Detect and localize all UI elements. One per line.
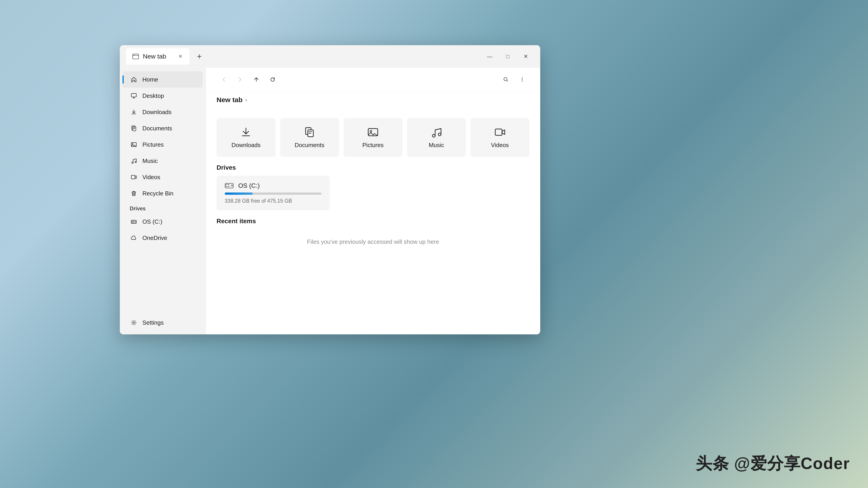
drive-c-icon	[130, 218, 138, 226]
watermark: 头条 @爱分享Coder	[696, 453, 850, 475]
recent-title: Recent items	[217, 218, 529, 225]
drive-progress-bar	[225, 193, 321, 195]
recent-empty-message: Files you've previously accessed will sh…	[217, 229, 529, 254]
quick-label-music: Music	[429, 142, 444, 149]
sidebar-item-downloads[interactable]: Downloads	[123, 104, 203, 120]
sidebar-label-recycle-bin: Recycle Bin	[143, 190, 174, 197]
quick-card-downloads[interactable]: Downloads	[217, 118, 276, 157]
sidebar-item-documents[interactable]: Documents	[123, 120, 203, 136]
svg-rect-11	[132, 221, 134, 223]
breadcrumb: New tab ›	[206, 92, 540, 104]
quick-access-grid: Downloads Documents	[217, 118, 529, 157]
documents-icon	[130, 124, 138, 132]
quick-label-pictures: Pictures	[362, 142, 383, 149]
drive-card-os-c[interactable]: OS (C:) 338.28 GB free of 475.15 GB	[217, 176, 330, 210]
svg-rect-26	[226, 184, 229, 187]
desktop-icon	[130, 92, 138, 100]
videos-icon	[130, 173, 138, 181]
svg-point-13	[133, 322, 135, 324]
quick-documents-icon	[304, 126, 315, 138]
quick-pictures-icon	[367, 126, 379, 138]
svg-point-17	[522, 80, 523, 82]
home-icon	[130, 75, 138, 84]
quick-videos-icon	[494, 126, 506, 138]
settings-icon	[130, 319, 138, 327]
drive-c-info: 338.28 GB free of 475.15 GB	[225, 198, 321, 204]
sidebar-item-settings[interactable]: Settings	[123, 315, 203, 331]
active-tab[interactable]: New tab ✕	[126, 48, 189, 65]
quick-label-downloads: Downloads	[231, 142, 260, 149]
quick-downloads-icon	[240, 126, 252, 138]
drives-title: Drives	[217, 164, 529, 171]
sidebar-item-recycle-bin[interactable]: Recycle Bin	[123, 185, 203, 201]
recycle-bin-icon	[130, 189, 138, 197]
drive-progress-fill	[225, 193, 253, 195]
svg-point-21	[370, 130, 372, 132]
quick-card-videos[interactable]: Videos	[470, 118, 529, 157]
tab-close-button[interactable]: ✕	[177, 53, 184, 60]
breadcrumb-label[interactable]: New tab	[217, 96, 243, 104]
svg-point-23	[438, 133, 441, 136]
sidebar-item-desktop[interactable]: Desktop	[123, 88, 203, 104]
sidebar-label-desktop: Desktop	[143, 92, 164, 99]
drives-section-header: Drives	[120, 201, 206, 214]
sidebar-label-settings: Settings	[143, 319, 164, 326]
svg-rect-24	[495, 129, 502, 135]
music-icon	[130, 157, 138, 165]
quick-card-documents[interactable]: Documents	[280, 118, 339, 157]
svg-rect-9	[131, 175, 135, 179]
svg-point-7	[132, 162, 133, 163]
tab-icon	[131, 53, 140, 61]
quick-card-music[interactable]: Music	[407, 118, 466, 157]
sidebar-label-pictures: Pictures	[143, 141, 164, 148]
sidebar-label-os-c: OS (C:)	[143, 218, 162, 225]
svg-point-16	[522, 79, 523, 80]
sidebar-item-onedrive[interactable]: OneDrive	[123, 230, 203, 246]
quick-label-videos: Videos	[491, 142, 509, 149]
svg-point-6	[132, 143, 133, 144]
sidebar-item-videos[interactable]: Videos	[123, 169, 203, 185]
back-button[interactable]	[217, 72, 231, 87]
svg-point-27	[231, 185, 232, 186]
breadcrumb-chevron: ›	[245, 97, 247, 103]
refresh-button[interactable]	[266, 72, 280, 87]
file-explorer-window: New tab ✕ + — □ ✕ Home	[120, 45, 540, 334]
drive-header: OS (C:)	[225, 182, 321, 189]
sidebar-item-os-c[interactable]: OS (C:)	[123, 214, 203, 230]
sidebar-item-pictures[interactable]: Pictures	[123, 136, 203, 153]
drive-c-name: OS (C:)	[238, 182, 260, 189]
forward-button[interactable]	[233, 72, 247, 87]
sidebar-label-home: Home	[143, 76, 158, 83]
close-button[interactable]: ✕	[518, 50, 534, 63]
svg-rect-1	[133, 55, 134, 56]
svg-point-22	[432, 134, 435, 137]
sidebar-label-onedrive: OneDrive	[143, 234, 167, 241]
new-tab-button[interactable]: +	[193, 50, 206, 63]
maximize-button[interactable]: □	[500, 50, 516, 63]
toolbar	[206, 68, 540, 92]
sidebar-label-documents: Documents	[143, 125, 172, 132]
search-button[interactable]	[499, 72, 513, 87]
sidebar-label-videos: Videos	[143, 174, 160, 181]
quick-label-documents: Documents	[294, 142, 324, 149]
svg-point-15	[522, 77, 523, 78]
main-layout: Home Desktop Downloads	[120, 68, 540, 334]
downloads-icon	[130, 108, 138, 116]
sidebar: Home Desktop Downloads	[120, 68, 206, 334]
window-controls: — □ ✕	[482, 50, 534, 63]
drive-c-main-icon	[225, 182, 234, 189]
svg-point-12	[135, 221, 135, 222]
onedrive-icon	[130, 234, 138, 242]
minimize-button[interactable]: —	[482, 50, 498, 63]
pictures-icon	[130, 140, 138, 149]
recent-section: Recent items Files you've previously acc…	[206, 216, 540, 260]
svg-rect-2	[131, 94, 136, 97]
sidebar-item-home[interactable]: Home	[123, 71, 203, 88]
quick-music-icon	[431, 126, 442, 138]
more-options-button[interactable]	[515, 72, 529, 87]
sidebar-label-music: Music	[143, 158, 158, 164]
sidebar-item-music[interactable]: Music	[123, 153, 203, 169]
up-button[interactable]	[249, 72, 264, 87]
quick-card-pictures[interactable]: Pictures	[344, 118, 403, 157]
svg-rect-0	[133, 54, 138, 59]
